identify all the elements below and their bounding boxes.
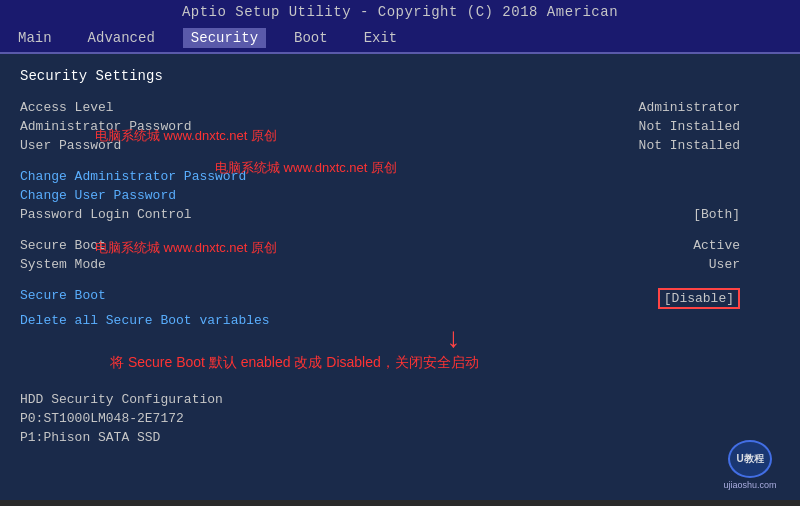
setting-row-hdd-title: HDD Security Configuration [20,390,780,409]
nav-advanced[interactable]: Advanced [80,28,163,48]
access-level-value: Administrator [639,100,780,115]
drive-0-label: P0:ST1000LM048-2E7172 [20,411,184,426]
overlay-text-3: 电脑系统城 www.dnxtc.net 原创 [95,239,277,257]
setting-row-system-mode: System Mode User [20,255,780,274]
admin-password-value: Not Installed [639,119,780,134]
setting-row-drive-1: P1:Phison SATA SSD [20,428,780,447]
password-login-value: [Both] [693,207,780,222]
setting-row-secure-boot-control: Secure Boot [Disable] [20,286,780,311]
change-admin-password-link[interactable]: Change Administrator Password [20,169,246,184]
watermark-logo: U教程 [728,440,772,478]
overlay-text-2: 电脑系统城 www.dnxtc.net 原创 [215,159,397,177]
change-user-password-link[interactable]: Change User Password [20,188,176,203]
settings-table: Access Level Administrator Administrator… [20,98,780,447]
drive-1-label: P1:Phison SATA SSD [20,430,160,445]
hdd-label: HDD Security Configuration [20,392,223,407]
setting-row-change-user: Change User Password [20,186,780,205]
arrow-icon: ↓ [445,324,462,355]
system-mode-value: User [709,257,780,272]
password-login-label: Password Login Control [20,207,192,222]
access-level-label: Access Level [20,100,114,115]
title-bar: Aptio Setup Utility - Copyright (C) 2018… [0,0,800,24]
section-title: Security Settings [20,68,780,84]
system-mode-label: System Mode [20,257,106,272]
setting-row-delete-secure-boot: Delete all Secure Boot variables [20,311,780,330]
content-area: Security Settings Access Level Administr… [0,54,800,500]
secure-boot-label: Secure Boot [20,238,106,253]
nav-boot[interactable]: Boot [286,28,336,48]
watermark-subtext: ujiaoshu.com [723,480,776,490]
nav-security[interactable]: Security [183,28,266,48]
nav-main[interactable]: Main [10,28,60,48]
watermark: U教程 ujiaoshu.com [710,440,790,490]
setting-row-change-admin: Change Administrator Password [20,167,780,186]
disable-highlight[interactable]: [Disable] [658,288,740,309]
nav-exit[interactable]: Exit [356,28,406,48]
setting-row-access-level: Access Level Administrator [20,98,780,117]
overlay-text-1: 电脑系统城 www.dnxtc.net 原创 [95,127,277,145]
secure-boot-control-label[interactable]: Secure Boot [20,288,106,309]
nav-menu: Main Advanced Security Boot Exit [0,24,800,54]
secure-boot-value: Active [693,238,780,253]
setting-row-drive-0: P0:ST1000LM048-2E7172 [20,409,780,428]
delete-secure-boot-label[interactable]: Delete all Secure Boot variables [20,313,270,328]
setting-row-password-login: Password Login Control [Both] [20,205,780,224]
secure-boot-control-value: [Disable] [658,288,780,309]
user-password-value: Not Installed [639,138,780,153]
title-text: Aptio Setup Utility - Copyright (C) 2018… [182,4,618,20]
bottom-annotation: 将 Secure Boot 默认 enabled 改成 Disabled，关闭安… [110,354,479,372]
